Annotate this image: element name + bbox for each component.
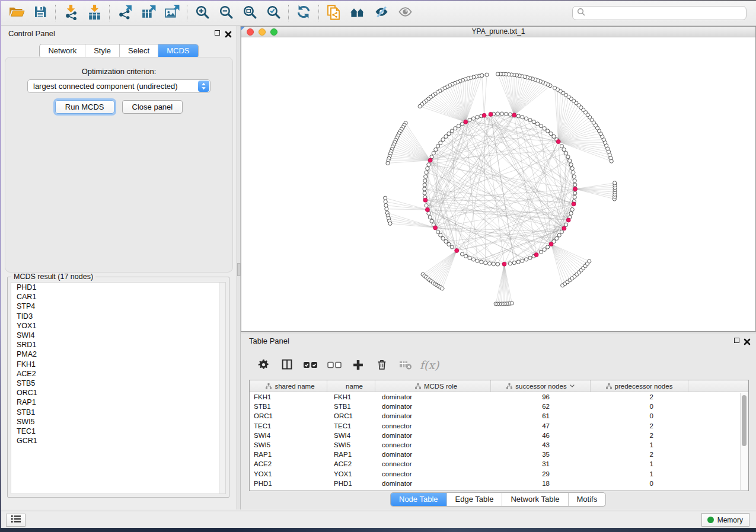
network-node[interactable] bbox=[447, 132, 451, 136]
network-node[interactable] bbox=[430, 219, 433, 223]
mcds-node[interactable] bbox=[489, 112, 493, 116]
table-cell[interactable]: FKH1 bbox=[250, 392, 327, 402]
export-table-button[interactable] bbox=[136, 3, 160, 23]
list-item[interactable]: RAP1 bbox=[11, 398, 225, 407]
network-node[interactable] bbox=[386, 161, 390, 165]
network-node[interactable] bbox=[439, 141, 442, 145]
list-item[interactable]: CAR1 bbox=[11, 292, 225, 302]
network-node[interactable] bbox=[468, 256, 471, 259]
network-node[interactable] bbox=[573, 196, 576, 199]
network-node[interactable] bbox=[508, 262, 512, 265]
network-node[interactable] bbox=[423, 183, 426, 187]
table-cell[interactable]: 46 bbox=[491, 431, 591, 440]
table-cell[interactable]: 29 bbox=[491, 469, 591, 479]
network-node[interactable] bbox=[568, 159, 572, 162]
tab-network-table[interactable]: Network Table bbox=[502, 493, 567, 506]
close-panel-button[interactable]: Close panel bbox=[122, 100, 183, 114]
network-node[interactable] bbox=[524, 258, 528, 261]
list-item[interactable]: ORC1 bbox=[11, 388, 225, 398]
table-cell[interactable]: SWI4 bbox=[250, 431, 327, 440]
float-panel-icon[interactable] bbox=[215, 30, 221, 37]
network-node[interactable] bbox=[573, 179, 576, 182]
network-node[interactable] bbox=[560, 145, 563, 148]
network-node[interactable] bbox=[552, 134, 556, 138]
network-node[interactable] bbox=[496, 112, 499, 116]
network-node[interactable] bbox=[492, 262, 495, 266]
column-header-name[interactable]: name bbox=[327, 380, 375, 392]
network-node[interactable] bbox=[444, 134, 448, 138]
network-node[interactable] bbox=[564, 223, 568, 226]
table-panel-titlebar[interactable]: Table Panel bbox=[241, 334, 756, 349]
network-node[interactable] bbox=[388, 222, 392, 225]
table-row[interactable]: ACE2ACE2connector311 bbox=[250, 459, 748, 469]
table-scrollbar-thumb[interactable] bbox=[742, 395, 747, 446]
import-network-button[interactable] bbox=[59, 3, 82, 23]
network-node[interactable] bbox=[441, 287, 444, 290]
list-item[interactable]: ACE2 bbox=[11, 369, 225, 379]
network-node[interactable] bbox=[450, 245, 454, 249]
window-maximize-button[interactable] bbox=[270, 28, 277, 36]
mcds-node[interactable] bbox=[482, 113, 486, 117]
control-panel-titlebar[interactable]: Control Panel bbox=[1, 26, 237, 41]
refresh-layout-button[interactable] bbox=[292, 3, 315, 23]
criterion-dropdown[interactable]: largest connected component (undirected) bbox=[27, 79, 210, 93]
show-all-button[interactable] bbox=[393, 3, 417, 23]
table-cell[interactable]: TEC1 bbox=[327, 421, 375, 431]
network-node[interactable] bbox=[521, 259, 524, 262]
table-cell[interactable]: connector bbox=[375, 469, 491, 479]
table-row[interactable]: YOX1YOX1connector291 bbox=[250, 469, 748, 479]
network-node[interactable] bbox=[560, 230, 563, 233]
table-cell[interactable]: 2 bbox=[591, 450, 688, 459]
network-node[interactable] bbox=[573, 191, 577, 195]
network-node[interactable] bbox=[454, 127, 457, 130]
search-input[interactable] bbox=[588, 9, 742, 17]
network-node[interactable] bbox=[485, 73, 489, 76]
list-item[interactable]: GCR1 bbox=[11, 436, 225, 446]
network-node[interactable] bbox=[512, 261, 516, 265]
table-cell[interactable]: dominator bbox=[375, 431, 491, 440]
network-node[interactable] bbox=[564, 152, 568, 155]
network-node[interactable] bbox=[418, 104, 422, 108]
table-cell[interactable]: 1 bbox=[591, 459, 688, 469]
network-node[interactable] bbox=[425, 171, 428, 174]
network-node[interactable] bbox=[464, 254, 468, 258]
table-cell[interactable]: 35 bbox=[491, 450, 591, 459]
network-node[interactable] bbox=[423, 187, 426, 191]
network-node[interactable] bbox=[423, 191, 426, 195]
tab-node-table[interactable]: Node Table bbox=[391, 493, 446, 506]
table-row[interactable]: STB1STB1dominator620 bbox=[250, 402, 748, 411]
column-header-shared-name[interactable]: shared name bbox=[250, 380, 327, 392]
table-cell[interactable]: dominator bbox=[375, 479, 491, 488]
network-node[interactable] bbox=[569, 211, 573, 215]
network-node[interactable] bbox=[546, 129, 550, 133]
mcds-node[interactable] bbox=[549, 242, 553, 246]
network-node[interactable] bbox=[436, 230, 440, 233]
network-node[interactable] bbox=[539, 124, 543, 128]
network-node[interactable] bbox=[439, 233, 442, 237]
list-item[interactable]: FKH1 bbox=[11, 360, 225, 369]
tab-style[interactable]: Style bbox=[85, 44, 119, 57]
table-cell[interactable]: PHD1 bbox=[327, 479, 375, 488]
table-cell[interactable]: 31 bbox=[491, 459, 591, 469]
table-cell[interactable]: 61 bbox=[491, 411, 591, 421]
network-node[interactable] bbox=[384, 196, 387, 200]
network-node[interactable] bbox=[427, 211, 430, 215]
table-cell[interactable]: dominator bbox=[375, 411, 491, 421]
network-node[interactable] bbox=[569, 163, 573, 166]
list-item[interactable]: TID3 bbox=[11, 312, 225, 321]
table-cell[interactable]: PHD1 bbox=[250, 479, 327, 488]
network-node[interactable] bbox=[570, 208, 574, 211]
mcds-node[interactable] bbox=[562, 226, 566, 230]
table-cell[interactable]: ACE2 bbox=[250, 459, 327, 469]
network-node[interactable] bbox=[425, 204, 428, 207]
task-history-button[interactable] bbox=[6, 514, 25, 527]
network-node[interactable] bbox=[566, 155, 570, 159]
select-all-columns-button[interactable] bbox=[304, 361, 318, 368]
mcds-node[interactable] bbox=[512, 113, 516, 117]
network-node[interactable] bbox=[428, 216, 432, 219]
table-cell[interactable]: ACE2 bbox=[327, 459, 375, 469]
window-close-button[interactable] bbox=[247, 28, 254, 36]
column-header-predecessor-nodes[interactable]: predecessor nodes bbox=[591, 380, 688, 392]
zoom-selected-button[interactable] bbox=[261, 3, 285, 23]
tab-network[interactable]: Network bbox=[40, 44, 85, 57]
